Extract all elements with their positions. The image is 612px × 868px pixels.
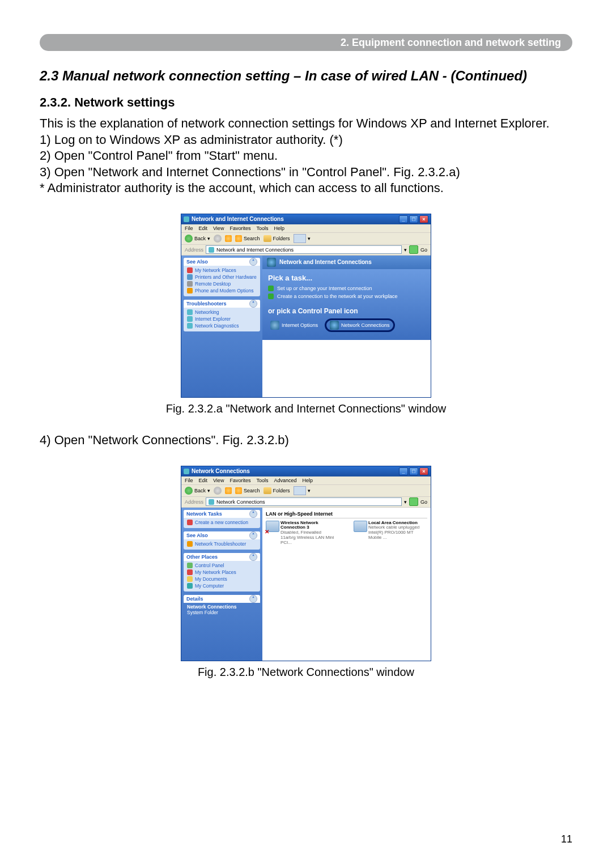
collapse-icon[interactable]: ˄ xyxy=(249,510,257,518)
see-also-head: See Also xyxy=(186,259,208,265)
connection-icon xyxy=(354,521,366,533)
cp-network-connections[interactable]: Network Connections xyxy=(325,318,395,332)
search-button[interactable]: Search xyxy=(235,235,260,242)
go-button[interactable] xyxy=(409,497,418,506)
sidebar-link[interactable]: Network Troubleshooter xyxy=(187,541,257,547)
sidebar-link[interactable]: Control Panel xyxy=(187,563,257,568)
help-icon xyxy=(187,309,193,315)
trouble-head: Troubleshooters xyxy=(186,301,227,307)
sidebar-link[interactable]: Networking xyxy=(187,309,257,315)
other-places-head: Other Places xyxy=(186,554,218,560)
maximize-button[interactable]: □ xyxy=(409,467,418,475)
menubar: File Edit View Favorites Tools Help xyxy=(181,224,431,233)
main-pane: Network and Internet Connections Pick a … xyxy=(262,256,431,397)
menu-tools[interactable]: Tools xyxy=(256,225,268,231)
sidebar: See Also˄ My Network Places Printers and… xyxy=(181,256,262,397)
menu-edit[interactable]: Edit xyxy=(199,478,208,483)
collapse-icon[interactable]: ˄ xyxy=(249,595,257,603)
address-field[interactable]: Network and Internet Connections xyxy=(206,245,402,254)
sidebar-link[interactable]: Create a new connection xyxy=(187,520,257,525)
collapse-icon[interactable]: ˄ xyxy=(249,531,257,539)
network-places-icon xyxy=(187,569,193,575)
address-label: Address xyxy=(185,247,203,253)
details-head: Details xyxy=(186,596,203,602)
menu-view[interactable]: View xyxy=(213,225,224,231)
sidebar-link[interactable]: Phone and Modem Options xyxy=(187,288,257,293)
back-button[interactable]: Back ▾ xyxy=(185,235,210,242)
task-link[interactable]: Create a connection to the network at yo… xyxy=(268,293,425,299)
collapse-icon[interactable]: ˄ xyxy=(249,553,257,561)
go-button[interactable] xyxy=(409,245,418,254)
connection-lan[interactable]: Local Area Connection Network cable unpl… xyxy=(354,521,427,546)
control-panel-icon xyxy=(187,563,193,568)
main-pane: LAN or High-Speed Internet ✕ Wireless Ne… xyxy=(262,508,431,661)
back-button[interactable]: Back ▾ xyxy=(185,487,210,495)
sidebar-link[interactable]: My Network Places xyxy=(187,569,257,575)
connection-wireless[interactable]: ✕ Wireless Network Connection 3 Disabled… xyxy=(266,521,342,546)
step-2: 2) Open "Control Panel" from "Start" men… xyxy=(40,148,572,164)
sidebar-link[interactable]: Printers and Other Hardware xyxy=(187,274,257,280)
task-link[interactable]: Set up or change your Internet connectio… xyxy=(268,286,425,291)
sidebar-link[interactable]: My Computer xyxy=(187,583,257,589)
window-title: Network Connections xyxy=(192,468,250,474)
cp-internet-options[interactable]: Internet Options xyxy=(268,318,320,332)
see-also-panel: See Also˄ Network Troubleshooter xyxy=(184,531,260,550)
address-icon xyxy=(209,499,214,505)
menu-help[interactable]: Help xyxy=(302,478,313,483)
collapse-icon[interactable]: ˄ xyxy=(249,258,257,266)
menu-edit[interactable]: Edit xyxy=(199,225,208,231)
subsection-title: 2.3.2. Network settings xyxy=(40,95,572,110)
remote-desktop-icon xyxy=(187,281,193,287)
sidebar-link[interactable]: Internet Explorer xyxy=(187,316,257,322)
step-4: 4) Open "Network Connections". Fig. 2.3.… xyxy=(40,432,572,449)
window-title: Network and Internet Connections xyxy=(192,216,284,222)
forward-icon xyxy=(214,235,222,242)
up-button[interactable] xyxy=(225,487,232,494)
sidebar-link[interactable]: Network Diagnostics xyxy=(187,323,257,329)
maximize-button[interactable]: □ xyxy=(409,215,418,223)
menu-file[interactable]: File xyxy=(185,225,193,231)
go-label: Go xyxy=(420,499,427,505)
printers-icon xyxy=(187,274,193,280)
menu-favorites[interactable]: Favorites xyxy=(230,225,250,231)
address-value: Network Connections xyxy=(216,499,265,505)
up-icon xyxy=(225,235,232,242)
menu-file[interactable]: File xyxy=(185,478,193,483)
menu-favorites[interactable]: Favorites xyxy=(230,478,250,483)
sidebar-link[interactable]: Remote Desktop xyxy=(187,281,257,287)
menu-tools[interactable]: Tools xyxy=(256,478,268,483)
help-icon xyxy=(187,316,193,322)
views-button[interactable]: ▾ xyxy=(294,234,311,243)
sidebar-link[interactable]: My Network Places xyxy=(187,267,257,273)
address-field[interactable]: Network Connections xyxy=(206,497,402,506)
close-button[interactable]: × xyxy=(419,467,428,475)
toolbar: Back ▾ Search Folders ▾ xyxy=(181,233,431,245)
minimize-button[interactable]: _ xyxy=(399,467,408,475)
section-title: 2.3 Manual network connection setting – … xyxy=(40,68,572,84)
forward-button[interactable] xyxy=(214,487,222,495)
sidebar-link[interactable]: My Documents xyxy=(187,576,257,582)
views-button[interactable]: ▾ xyxy=(294,486,311,495)
address-icon xyxy=(209,247,214,253)
collapse-icon[interactable]: ˄ xyxy=(249,300,257,308)
forward-button[interactable] xyxy=(214,235,222,242)
minimize-button[interactable]: _ xyxy=(399,215,408,223)
sidebar: Network Tasks˄ Create a new connection S… xyxy=(181,508,262,661)
search-button[interactable]: Search xyxy=(235,487,260,494)
menu-view[interactable]: View xyxy=(213,478,224,483)
views-icon xyxy=(294,234,306,243)
category-icon xyxy=(267,258,276,267)
menu-advanced[interactable]: Advanced xyxy=(274,478,296,483)
chapter-title: 2. Equipment connection and network sett… xyxy=(341,37,561,49)
xp-window-a: Network and Internet Connections _ □ × F… xyxy=(181,214,431,398)
step-note: * Administrator authority is the account… xyxy=(40,180,572,197)
arrow-icon xyxy=(268,286,274,291)
close-button[interactable]: × xyxy=(419,215,428,223)
network-places-icon xyxy=(187,267,193,273)
menu-help[interactable]: Help xyxy=(274,225,284,231)
folders-button[interactable]: Folders xyxy=(264,487,290,494)
up-button[interactable] xyxy=(225,235,232,242)
other-places-panel: Other Places˄ Control Panel My Network P… xyxy=(184,553,260,592)
folders-button[interactable]: Folders xyxy=(264,235,290,242)
step-3: 3) Open "Network and Internet Connection… xyxy=(40,164,572,181)
